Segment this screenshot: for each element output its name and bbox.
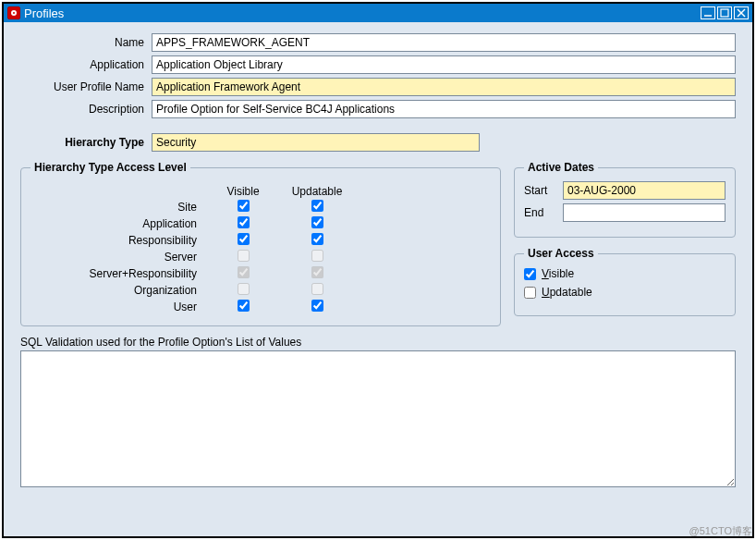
access-row-label: Organization (30, 284, 206, 297)
hierarchy-type-field[interactable] (152, 133, 480, 152)
active-dates-group: Active Dates Start End (514, 161, 736, 238)
sql-validation-textarea[interactable] (20, 350, 736, 487)
access-row-label: User (30, 301, 206, 313)
application-label: Application (20, 58, 152, 71)
name-label: Name (20, 36, 152, 49)
access-updatable-checkbox[interactable] (311, 200, 323, 212)
col-visible-header: Visible (206, 185, 280, 198)
content-area: Name Application User Profile Name Descr… (4, 22, 752, 502)
close-button[interactable] (734, 6, 749, 19)
hierarchy-access-legend: Hierarchy Type Access Level (30, 161, 190, 174)
user-profile-label: User Profile Name (20, 80, 152, 93)
access-updatable-checkbox (311, 266, 323, 278)
access-row-label: Server (30, 251, 206, 264)
profiles-window: Profiles Name Application User Profile N… (2, 2, 754, 538)
access-updatable-checkbox (311, 250, 323, 262)
sql-validation-label: SQL Validation used for the Profile Opti… (20, 336, 736, 349)
access-updatable-checkbox[interactable] (311, 300, 323, 312)
user-access-legend: User Access (524, 247, 598, 260)
access-visible-checkbox[interactable] (238, 200, 250, 212)
watermark: @51CTO博客 (689, 524, 752, 538)
application-field[interactable] (152, 55, 736, 74)
access-visible-checkbox (238, 250, 250, 262)
active-dates-legend: Active Dates (524, 161, 598, 174)
window-title: Profiles (24, 6, 64, 20)
access-updatable-checkbox[interactable] (311, 233, 323, 245)
titlebar: Profiles (4, 4, 752, 22)
user-access-visible-checkbox[interactable] (524, 268, 536, 280)
user-profile-field[interactable] (152, 78, 736, 96)
user-access-updatable-checkbox[interactable] (524, 287, 536, 299)
name-field[interactable] (152, 33, 736, 52)
access-visible-checkbox[interactable] (238, 300, 250, 312)
access-row-label: Server+Responsibility (30, 267, 206, 280)
access-row-label: Responsibility (30, 234, 206, 247)
svg-rect-1 (721, 9, 728, 17)
user-access-visible-label: Visible (542, 267, 574, 280)
access-row-label: Application (30, 217, 206, 230)
maximize-button[interactable] (717, 6, 732, 19)
access-visible-checkbox (238, 266, 250, 278)
access-updatable-checkbox[interactable] (311, 216, 323, 228)
access-updatable-checkbox (311, 283, 323, 295)
minimize-button[interactable] (701, 6, 715, 19)
hierarchy-access-level-group: Hierarchy Type Access Level Visible Upda… (20, 161, 501, 326)
user-access-group: User Access Visible Updatable (514, 247, 736, 316)
start-label: Start (524, 184, 563, 197)
description-label: Description (20, 103, 152, 116)
end-label: End (524, 206, 563, 219)
start-date-field[interactable] (563, 181, 726, 200)
user-access-updatable-label: Updatable (542, 286, 592, 299)
access-row-label: Site (30, 201, 206, 214)
end-date-field[interactable] (563, 203, 726, 222)
oracle-icon (7, 6, 20, 19)
access-visible-checkbox (238, 283, 250, 295)
access-visible-checkbox[interactable] (238, 216, 250, 228)
col-updatable-header: Updatable (280, 185, 354, 198)
hierarchy-type-label: Hierarchy Type (20, 136, 152, 149)
description-field[interactable] (152, 100, 736, 118)
access-visible-checkbox[interactable] (238, 233, 250, 245)
